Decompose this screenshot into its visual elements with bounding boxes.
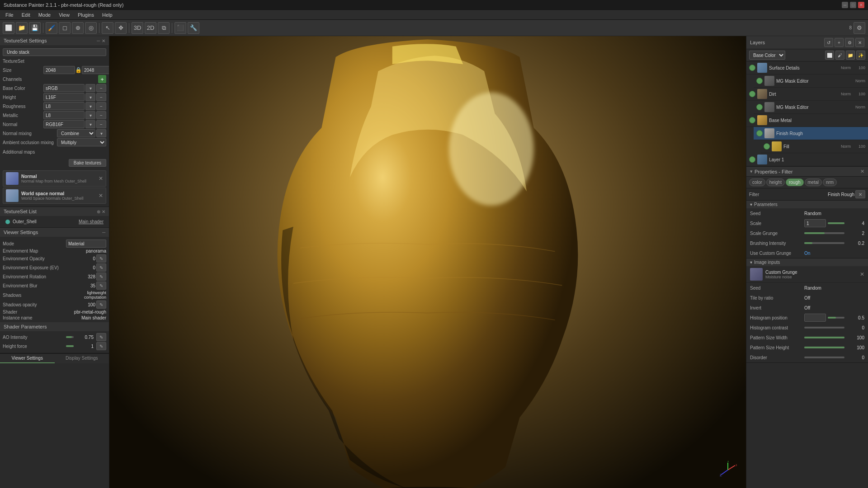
height-icon[interactable]: ▾ (85, 93, 95, 101)
scale-input[interactable] (804, 219, 826, 227)
custom-grunge-close[interactable]: ✕ (860, 271, 864, 277)
prop-close[interactable]: ✕ (860, 169, 864, 174)
tool-split[interactable]: ⧉ (158, 22, 170, 34)
histogram-pos-slider[interactable] (828, 317, 845, 319)
tool-bake[interactable]: 🔧 (188, 22, 199, 34)
add-fill-layer-btn[interactable]: ⬜ (825, 51, 834, 60)
metallic-select[interactable]: L8 (43, 111, 85, 119)
tool-render[interactable]: ⬛ (175, 22, 186, 34)
prop-collapse[interactable]: ▾ (750, 169, 753, 174)
menu-mode[interactable]: Mode (35, 11, 55, 19)
minimize-button[interactable]: ─ (842, 2, 848, 8)
layer-mg-mask-1[interactable]: MG Mask Editor Norm (754, 75, 868, 88)
base-color-icon[interactable]: ▾ (85, 84, 95, 92)
pattern-width-slider[interactable] (804, 337, 844, 338)
height-edit[interactable]: ✎ (96, 342, 106, 350)
image-inputs-header[interactable]: ▾ Image inputs (746, 258, 868, 266)
maximize-button[interactable]: □ (850, 2, 856, 8)
filter-tag-nrm[interactable]: nrm (823, 178, 837, 186)
filter-name-close[interactable]: ✕ (855, 190, 865, 198)
roughness-minus[interactable]: − (96, 102, 106, 110)
layer-base-metal[interactable]: Base Metal (746, 114, 868, 127)
env-blur-edit[interactable]: ✎ (96, 282, 106, 290)
tool-select[interactable]: ↖ (102, 22, 113, 34)
layer-vis-layer1[interactable] (749, 156, 755, 163)
tool-paint[interactable]: 🖌️ (46, 22, 57, 34)
layer-surface-details[interactable]: Surface Details Norm 100 (746, 61, 868, 75)
disorder-slider[interactable] (804, 357, 844, 358)
add-paint-layer-btn[interactable]: 🖌 (835, 51, 844, 60)
bake-textures-btn[interactable]: Bake textures (69, 159, 106, 167)
ts-item-outer-shell[interactable]: Outer_Shell Main shader (3, 218, 106, 225)
add-channel-btn[interactable]: + (98, 75, 106, 83)
filter-tag-metal[interactable]: metal (805, 178, 822, 186)
scale-slider[interactable] (828, 222, 845, 224)
viewer-collapse[interactable]: ─ (102, 230, 105, 235)
collapse-btn[interactable]: ─ (97, 38, 100, 43)
layers-settings-btn[interactable]: ⚙ (845, 38, 854, 47)
filter-tag-rough[interactable]: rough (786, 178, 804, 186)
filter-tag-color[interactable]: color (749, 178, 765, 186)
tool-smudge[interactable]: ◎ (85, 22, 97, 34)
normal-minus[interactable]: − (96, 120, 106, 128)
height-select[interactable]: L16F (43, 93, 85, 101)
mode-select[interactable]: Material (66, 239, 106, 248)
normal-mixing-icon[interactable]: ▾ (96, 129, 106, 137)
map-close-normal[interactable]: ✕ (99, 175, 103, 182)
display-settings-tab[interactable]: Display Settings (55, 354, 109, 363)
normal-select[interactable]: RGB16F (43, 120, 85, 128)
ao-edit[interactable]: ✎ (96, 333, 106, 341)
normal-mixing-select[interactable]: Combine (57, 129, 95, 137)
roughness-select[interactable]: L8 (43, 102, 85, 110)
tool-move[interactable]: ✥ (115, 22, 127, 34)
tool-open[interactable]: 📁 (16, 22, 28, 34)
tool-clone[interactable]: ⊕ (72, 22, 84, 34)
undo-stack-btn[interactable]: Undo stack (3, 48, 106, 56)
layer-vis-fill[interactable] (764, 143, 770, 150)
normal-icon[interactable]: ▾ (85, 120, 95, 128)
layer-finish-rough[interactable]: Finish Rough (754, 127, 868, 140)
lock-icon[interactable]: 🔒 (75, 67, 82, 73)
tool-2d[interactable]: 2D (145, 22, 156, 34)
tool-save[interactable]: 💾 (29, 22, 41, 34)
tool-new[interactable]: ⬜ (3, 22, 14, 34)
textureset-list-header[interactable]: TextureSet List ⊕ ✕ (0, 207, 109, 216)
brush-settings[interactable]: ⚙ (854, 22, 865, 34)
channel-select[interactable]: Base Color (749, 51, 785, 60)
histogram-pos-input[interactable] (804, 314, 826, 322)
histogram-contrast-slider[interactable] (804, 327, 844, 328)
menu-view[interactable]: View (55, 11, 73, 19)
env-exposure-edit[interactable]: ✎ (96, 263, 106, 272)
parameters-header[interactable]: ▾ Parameters (746, 201, 868, 208)
size-input-width[interactable] (43, 66, 75, 74)
layer-dirt[interactable]: Dirt Norm 100 (746, 88, 868, 101)
tool-erase[interactable]: ◻ (59, 22, 71, 34)
layers-refresh-btn[interactable]: ↺ (824, 38, 833, 47)
add-folder-btn[interactable]: 📁 (846, 51, 855, 60)
metallic-minus[interactable]: − (96, 111, 106, 119)
layers-add-btn[interactable]: + (835, 38, 844, 47)
height-slider[interactable] (66, 345, 74, 347)
panel-close-btn[interactable]: ✕ (102, 38, 105, 43)
layer-vis-mg2[interactable] (756, 104, 763, 110)
menu-help[interactable]: Help (99, 11, 116, 19)
map-close-worldnormal[interactable]: ✕ (99, 192, 103, 199)
ao-mixing-select[interactable]: Multiply (57, 138, 106, 146)
shadows-opacity-edit[interactable]: ✎ (96, 300, 106, 309)
env-rotation-edit[interactable]: ✎ (96, 272, 106, 281)
base-color-minus[interactable]: − (96, 84, 106, 92)
add-effect-btn[interactable]: ✨ (856, 51, 865, 60)
layer-vis-dirt[interactable] (749, 91, 755, 97)
base-color-select[interactable]: sRGB (43, 84, 85, 92)
layer-mg-mask-2[interactable]: MG Mask Editor Norm (754, 101, 868, 114)
metallic-icon[interactable]: ▾ (85, 111, 95, 119)
layer-vis-base[interactable] (749, 117, 755, 123)
size-input-height[interactable] (82, 66, 109, 74)
menu-file[interactable]: File (2, 11, 17, 19)
pattern-height-slider[interactable] (804, 347, 844, 348)
viewport[interactable]: Material (109, 36, 746, 488)
layer-vis-mg1[interactable] (756, 78, 763, 84)
ao-slider[interactable] (66, 336, 74, 338)
layer-vis-finish[interactable] (756, 130, 763, 136)
layer-vis-surface[interactable] (749, 65, 755, 71)
